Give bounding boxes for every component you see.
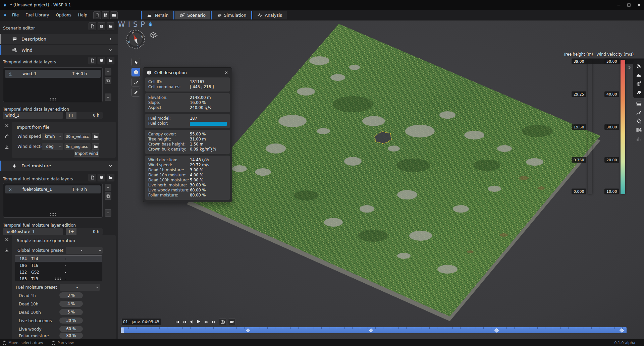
fuel-layers-save-button[interactable] (98, 174, 105, 181)
record-button[interactable] (228, 319, 236, 325)
rail-wind-layer-icon[interactable] (636, 127, 642, 133)
field-value[interactable]: 30 % (59, 318, 83, 324)
resize-grip-icon[interactable] (50, 213, 57, 216)
import-icon[interactable] (4, 248, 9, 253)
wind-layer-add-button[interactable] (105, 68, 111, 75)
wind-speed-file-input[interactable]: 30m_vel.asc (64, 133, 91, 140)
field-value[interactable]: 80 % (59, 333, 83, 339)
tab-terrain[interactable]: Terrain (142, 11, 173, 19)
pencil-tool-button[interactable] (131, 88, 140, 97)
global-moisture-preset-select[interactable]: - (66, 247, 103, 254)
cross-icon[interactable] (4, 237, 9, 242)
wind-layer-remove-button[interactable] (105, 94, 111, 101)
fuel-layer-remove-button[interactable] (105, 209, 111, 217)
wind-layers-new-button[interactable] (89, 57, 96, 64)
rotate-cube-widget[interactable] (149, 31, 158, 40)
table-row[interactable]: 184 TL4 - (15, 255, 102, 262)
new-project-button[interactable] (93, 11, 101, 19)
maximize-button[interactable] (624, 0, 634, 10)
rail-fill-layer-icon[interactable] (636, 118, 642, 124)
field-value[interactable]: 4 % (59, 301, 83, 307)
scenario-new-button[interactable] (89, 22, 96, 30)
fuel-layer-time-input[interactable]: T+ 0 h (66, 228, 103, 235)
rail-draw-layer-icon[interactable] (636, 110, 642, 115)
play-button[interactable] (195, 318, 202, 325)
import-wind-button[interactable]: Import wind (74, 151, 99, 157)
menu-help[interactable]: Help (75, 10, 91, 20)
fuel-layer-name-input[interactable]: fuelMoisture_1 (3, 228, 63, 235)
open-project-button[interactable] (110, 11, 118, 19)
rail-expand-chevron[interactable] (627, 65, 632, 70)
rail-terrain-icon[interactable] (636, 72, 642, 78)
section-description[interactable]: Description (0, 34, 118, 44)
close-button[interactable] (634, 0, 644, 10)
wind-direction-file-input[interactable]: 0m_ang.asc (64, 143, 91, 150)
minimize-button[interactable] (614, 0, 624, 10)
timeline-cursor[interactable] (121, 328, 124, 333)
tab-analysis[interactable]: Analysis (253, 11, 287, 19)
wind-layer-name-input[interactable]: wind_1 (3, 112, 63, 119)
close-icon[interactable] (224, 70, 228, 75)
step-back-button[interactable] (188, 319, 195, 325)
scenario-save-button[interactable] (98, 22, 105, 30)
tab-simulation[interactable]: Simulation (212, 11, 251, 19)
wind-layer-row[interactable]: wind_1 T + 0 h (5, 70, 101, 78)
fuel-layer-add-button[interactable] (105, 184, 111, 191)
wind-direction-unit-select[interactable]: deg (42, 143, 63, 150)
menu-file[interactable]: File (9, 10, 22, 20)
hint-move-select-draw: Move, select, draw (8, 341, 43, 345)
fuel-layers-open-button[interactable] (107, 174, 114, 181)
table-row[interactable]: 186 TL6 - (15, 262, 102, 269)
field-label: Live woody (19, 327, 42, 332)
scenario-open-button[interactable] (107, 22, 114, 30)
field-value[interactable]: 5 % (59, 309, 83, 315)
wind-layer-duplicate-button[interactable] (105, 77, 111, 84)
curve-arrow-icon[interactable] (4, 134, 9, 139)
fast-forward-button[interactable] (203, 319, 210, 325)
rail-grid-layer-icon[interactable] (636, 101, 642, 107)
field-value[interactable]: 60 % (59, 326, 83, 332)
compass-widget[interactable]: NESW (125, 28, 146, 50)
section-wind[interactable]: Wind (0, 45, 118, 55)
wind-layer-time-input[interactable]: T+ 0 h (66, 112, 103, 119)
rewind-button[interactable] (181, 319, 187, 325)
resize-grip-icon[interactable] (55, 277, 62, 281)
rail-scenario-icon[interactable] (636, 81, 642, 86)
fuel-layer-duplicate-button[interactable] (105, 192, 111, 200)
import-group-title: Import from file (17, 125, 50, 130)
table-row[interactable]: 122 GS2 - (15, 269, 102, 276)
cross-tools-icon (8, 187, 12, 192)
cross-icon[interactable] (4, 123, 9, 128)
save-project-button[interactable] (102, 11, 109, 19)
wind-layers-open-button[interactable] (107, 57, 114, 64)
fuel-layers-new-button[interactable] (89, 174, 96, 181)
screenshot-button[interactable] (219, 319, 226, 325)
fuel-layer-row[interactable]: fuelMoisture_1 T + 0 h (5, 185, 101, 193)
skip-end-button[interactable] (210, 319, 217, 325)
rail-simulation-icon[interactable] (636, 90, 642, 95)
3d-viewport[interactable]: NESW Cell description Cell ID:181167 Cel… (118, 20, 644, 339)
wind-direction-browse-button[interactable] (92, 143, 99, 150)
section-accent (0, 34, 1, 44)
section-fuel-moisture[interactable]: Fuel moisture (0, 161, 118, 171)
rail-settings-icon[interactable] (636, 63, 642, 69)
simulation-fire-icon (217, 13, 222, 18)
menu-options[interactable]: Options (52, 10, 74, 20)
wind-speed-browse-button[interactable] (92, 133, 99, 140)
cursor-icon (133, 60, 139, 65)
field-value[interactable]: 3 % (59, 292, 83, 298)
info-tool-button[interactable] (131, 68, 140, 76)
menu-fuel-library[interactable]: Fuel Library (22, 10, 52, 20)
skip-start-button[interactable] (174, 319, 180, 325)
select-tool-button[interactable] (131, 58, 140, 66)
wind-speed-unit-select[interactable]: km/h (42, 133, 63, 140)
wind-layers-save-button[interactable] (98, 57, 105, 64)
fuel-moisture-preset-select[interactable]: - (60, 284, 100, 291)
resize-grip-icon[interactable] (50, 98, 57, 101)
chevron-down-icon (59, 135, 62, 138)
tab-scenario[interactable]: Scenario (175, 11, 210, 19)
rail-chart-layer-icon[interactable] (636, 136, 642, 141)
draw-tool-button[interactable] (131, 78, 140, 86)
wind-icon (12, 48, 17, 53)
import-icon[interactable] (4, 145, 9, 150)
